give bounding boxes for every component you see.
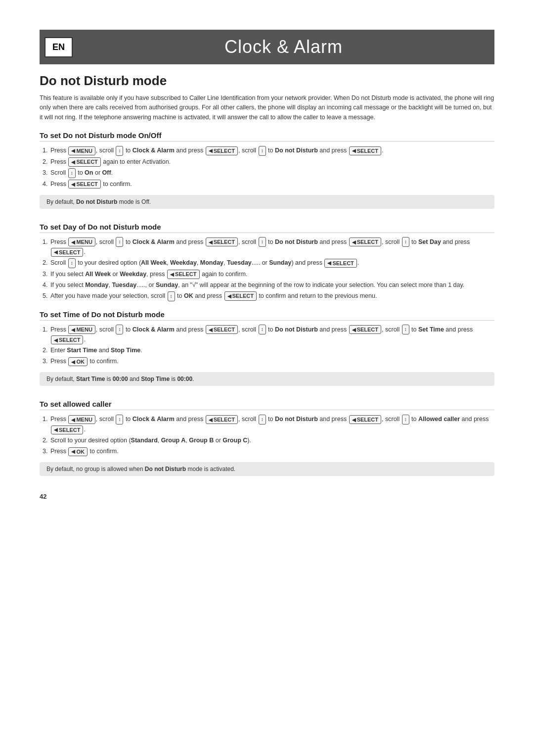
select-button-icon: ◀ SELECT xyxy=(324,259,356,268)
section-4-list: Press ◀ MENU, scroll ↕ to Clock & Alarm … xyxy=(49,414,494,456)
select-button-icon: ◀ SELECT xyxy=(349,146,381,155)
intro-paragraph: This feature is available only if you ha… xyxy=(40,94,494,122)
select-button-icon: ◀ SELECT xyxy=(51,335,83,344)
scroll-icon: ↕ xyxy=(116,415,123,425)
list-item: If you select Monday, Tuesday....., or S… xyxy=(49,280,494,290)
select-button-icon: ◀ SELECT xyxy=(206,237,238,246)
list-item: Press ◀ MENU, scroll ↕ to Clock & Alarm … xyxy=(49,237,494,257)
list-item: Press ◀ OK to confirm. xyxy=(49,356,494,366)
select-button-icon: ◀ SELECT xyxy=(349,325,381,334)
scroll-icon: ↕ xyxy=(259,237,266,247)
list-item: Scroll ↕ to On or Off. xyxy=(49,168,494,178)
section-heading-4: To set allowed caller xyxy=(40,400,494,410)
select-button-icon: ◀ SELECT xyxy=(206,146,238,155)
list-item: Scroll to your desired option (Standard,… xyxy=(49,435,494,445)
scroll-icon: ↕ xyxy=(259,415,266,425)
scroll-icon: ↕ xyxy=(68,168,76,178)
select-button-icon: ◀ SELECT xyxy=(51,248,83,257)
select-button-icon: ◀ SELECT xyxy=(68,157,100,166)
list-item: Press ◀ SELECT again to enter Activation… xyxy=(49,157,494,167)
menu-button-icon: ◀ MENU xyxy=(68,325,95,334)
note-box-3: By default, Start Time is 00:00 and Stop… xyxy=(40,372,494,386)
ok-button-icon: ◀ OK xyxy=(68,447,88,456)
note-box-1: By default, Do not Disturb mode is Off. xyxy=(40,195,494,209)
list-item: Press ◀ OK to confirm. xyxy=(49,446,494,456)
list-item: Scroll ↕ to your desired option (All Wee… xyxy=(49,258,494,268)
select-button-icon: ◀ SELECT xyxy=(206,325,238,334)
section-3-list: Press ◀ MENU, scroll ↕ to Clock & Alarm … xyxy=(49,325,494,367)
select-button-icon: ◀ SELECT xyxy=(224,291,257,300)
section-1-list: Press ◀ MENU, scroll ↕ to Clock & Alarm … xyxy=(49,145,494,189)
select-button-icon: ◀ SELECT xyxy=(68,180,100,189)
list-item: Press ◀ MENU, scroll ↕ to Clock & Alarm … xyxy=(49,325,494,345)
scroll-icon: ↕ xyxy=(68,258,76,268)
scroll-icon: ↕ xyxy=(168,291,175,301)
section-heading-3: To set Time of Do not Disturb mode xyxy=(40,310,494,321)
header-bar: EN Clock & Alarm xyxy=(40,30,494,64)
scroll-icon: ↕ xyxy=(116,146,123,156)
list-item: Press ◀ MENU, scroll ↕ to Clock & Alarm … xyxy=(49,414,494,434)
select-button-icon: ◀ SELECT xyxy=(206,415,238,424)
page-header-title: Clock & Alarm xyxy=(73,30,494,64)
select-button-icon: ◀ SELECT xyxy=(167,270,199,279)
note-box-4: By default, no group is allowed when Do … xyxy=(40,462,494,476)
menu-button-icon: ◀ MENU xyxy=(68,237,95,246)
section-heading-1: To set Do not Disturb mode On/Off xyxy=(40,131,494,142)
scroll-icon: ↕ xyxy=(402,415,409,425)
select-button-icon: ◀ SELECT xyxy=(51,425,83,434)
list-item: Enter Start Time and Stop Time. xyxy=(49,345,494,355)
select-button-icon: ◀ SELECT xyxy=(349,415,381,424)
section-2-list: Press ◀ MENU, scroll ↕ to Clock & Alarm … xyxy=(49,237,494,301)
scroll-icon: ↕ xyxy=(402,325,409,334)
language-badge: EN xyxy=(44,37,73,57)
select-button-icon: ◀ SELECT xyxy=(349,237,381,246)
scroll-icon: ↕ xyxy=(259,325,266,334)
scroll-icon: ↕ xyxy=(402,237,409,247)
list-item: If you select All Week or Weekday, press… xyxy=(49,269,494,279)
scroll-icon: ↕ xyxy=(116,237,123,247)
scroll-icon: ↕ xyxy=(116,325,123,334)
menu-button-icon: ◀ MENU xyxy=(68,146,95,155)
list-item: Press ◀ MENU, scroll ↕ to Clock & Alarm … xyxy=(49,145,494,156)
page-number: 42 xyxy=(40,493,494,500)
page-title: Do not Disturb mode xyxy=(40,73,494,89)
list-item: Press ◀ SELECT to confirm. xyxy=(49,179,494,189)
menu-button-icon: ◀ MENU xyxy=(68,415,95,424)
section-heading-2: To set Day of Do not Disturb mode xyxy=(40,223,494,233)
scroll-icon: ↕ xyxy=(259,146,266,156)
ok-button-icon: ◀ OK xyxy=(68,357,88,366)
list-item: After you have made your selection, scro… xyxy=(49,291,494,301)
